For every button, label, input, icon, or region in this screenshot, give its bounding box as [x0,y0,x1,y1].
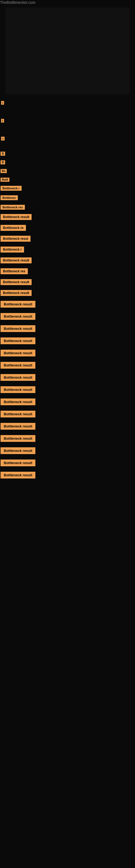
bottleneck-item-4: Bottl [1,177,135,182]
site-title-bar: TheBottlenecker.com [0,0,135,5]
bottleneck-label-18: Bottleneck result [1,325,35,332]
bottleneck-item-7: Bottleneck res [1,205,135,210]
bottleneck-item-27: Bottleneck result [1,435,135,442]
bottleneck-label-25: Bottleneck result [1,411,35,417]
bottleneck-item-28: Bottleneck result [1,447,135,454]
bottleneck-label-3: Bo [1,169,7,173]
bottleneck-item-14: Bottleneck result [1,279,135,285]
bottleneck-item-2: B [1,159,135,164]
site-title: TheBottlenecker.com [0,0,36,6]
bottleneck-item-21: Bottleneck result [1,362,135,369]
bottleneck-label-6: Bottlenec [1,195,18,200]
bottleneck-item-11: Bottleneck r [1,247,135,252]
bottleneck-item-20: Bottleneck result [1,350,135,356]
small-label-1: | [1,100,135,110]
bottleneck-label-4: Bottl [1,178,9,182]
bottleneck-label-14: Bottleneck result [1,279,32,285]
bottleneck-item-23: Bottleneck result [1,386,135,393]
bottleneck-item-3: Bo [1,168,135,173]
small-label-2: | [1,118,135,127]
bottleneck-item-19: Bottleneck result [1,337,135,344]
chart-placeholder [5,8,130,94]
bottleneck-item-13: Bottleneck res [1,268,135,274]
bottleneck-item-1: B [1,151,135,156]
bottleneck-label-13: Bottleneck res [1,268,28,274]
bottleneck-item-12: Bottleneck result [1,257,135,264]
bottleneck-label-15: Bottleneck result [1,290,32,296]
bottleneck-item-24: Bottleneck result [1,399,135,405]
bottleneck-item-5: Bottleneck r [1,186,135,191]
bottleneck-label-16: Bottleneck result [1,301,35,308]
bottleneck-item-15: Bottleneck result [1,290,135,296]
small-label-3: s [1,135,135,145]
bottleneck-label-23: Bottleneck result [1,386,35,393]
bottleneck-label-22: Bottleneck result [1,374,35,381]
bottleneck-label-26: Bottleneck result [1,423,35,430]
bottleneck-item-17: Bottleneck result [1,313,135,320]
bottleneck-item-29: Bottleneck result [1,460,135,466]
bottleneck-labels-container: BBBoBottlBottleneck rBottlenecBottleneck… [0,151,135,478]
bottleneck-label-28: Bottleneck result [1,447,35,454]
bottleneck-item-9: Bottleneck re [1,225,135,231]
bottleneck-item-6: Bottlenec [1,195,135,200]
bottleneck-label-1: B [1,152,5,156]
bottleneck-label-21: Bottleneck result [1,362,35,369]
bottleneck-item-18: Bottleneck result [1,325,135,332]
bottleneck-label-24: Bottleneck result [1,399,35,405]
bottleneck-label-17: Bottleneck result [1,313,35,320]
bottleneck-item-10: Bottleneck resul [1,236,135,242]
bottleneck-item-22: Bottleneck result [1,374,135,381]
bottleneck-label-11: Bottleneck r [1,247,24,252]
bottleneck-label-27: Bottleneck result [1,435,35,442]
bottleneck-label-5: Bottleneck r [1,186,21,191]
bottleneck-item-8: Bottleneck result [1,214,135,220]
bottleneck-label-8: Bottleneck result [1,214,32,220]
bottleneck-item-30: Bottleneck result [1,472,135,478]
bottleneck-item-25: Bottleneck result [1,411,135,417]
bottleneck-label-12: Bottleneck result [1,257,32,264]
bottleneck-label-9: Bottleneck re [1,225,26,231]
bottleneck-item-16: Bottleneck result [1,301,135,308]
bottleneck-item-26: Bottleneck result [1,423,135,430]
bottleneck-label-30: Bottleneck result [1,472,35,478]
bottleneck-label-7: Bottleneck res [1,205,25,210]
bottleneck-label-19: Bottleneck result [1,337,35,344]
bottleneck-label-20: Bottleneck result [1,350,35,356]
bottleneck-label-2: B [1,160,5,164]
bottleneck-label-10: Bottleneck resul [1,236,31,242]
bottleneck-label-29: Bottleneck result [1,460,35,466]
